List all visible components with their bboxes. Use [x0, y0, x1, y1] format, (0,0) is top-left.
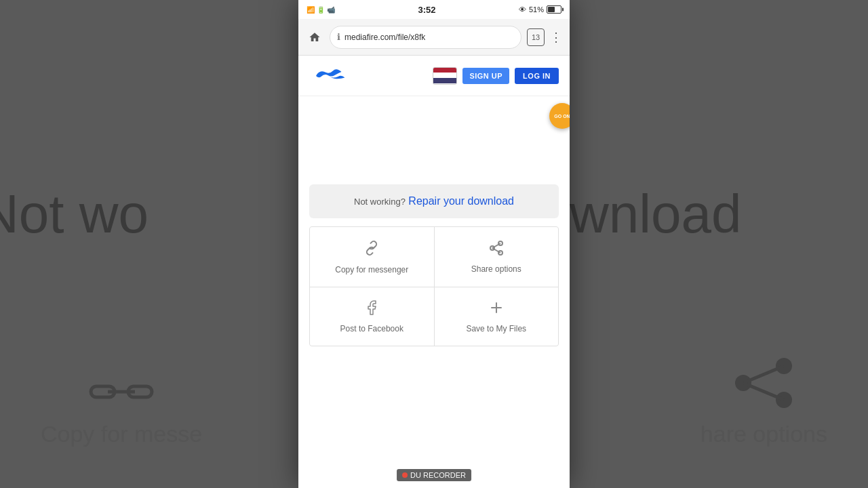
- bg-share-icon-group: hare options: [701, 356, 827, 447]
- ad-area: [298, 96, 570, 184]
- left-background: Not wo Copy for messe: [0, 0, 298, 488]
- copy-messenger-button[interactable]: Copy for messenger: [310, 227, 434, 287]
- battery-percent: 51%: [529, 5, 544, 14]
- not-working-text: Not working?: [354, 197, 406, 207]
- link-icon: [363, 239, 380, 261]
- repair-link[interactable]: Repair your download: [408, 195, 514, 207]
- signal-bars: 📶: [307, 6, 315, 14]
- home-button[interactable]: [305, 28, 324, 47]
- mediafire-logo-svg: [309, 64, 350, 87]
- bg-copy-label: Copy for messe: [41, 421, 202, 447]
- signup-button[interactable]: SIGN UP: [462, 68, 509, 84]
- bg-share-icon: [730, 356, 797, 410]
- post-facebook-button[interactable]: Post to Facebook: [310, 287, 434, 346]
- copy-messenger-label: Copy for messenger: [335, 265, 408, 274]
- mediafire-logo: [309, 64, 350, 87]
- share-options-label: Share options: [471, 264, 521, 274]
- svg-line-7: [743, 383, 784, 400]
- login-button[interactable]: LOG IN: [515, 68, 559, 84]
- browser-chrome: ℹ mediafire.com/file/x8fk 13 ⋮: [298, 19, 570, 56]
- bg-download-text: wnload: [570, 183, 742, 245]
- url-bar[interactable]: ℹ mediafire.com/file/x8fk: [330, 26, 521, 49]
- status-right: 👁 51%: [519, 5, 561, 14]
- plus-icon: [488, 300, 505, 320]
- share-options-button[interactable]: Share options: [435, 227, 559, 287]
- menu-dots[interactable]: ⋮: [550, 30, 563, 45]
- svg-line-6: [743, 366, 784, 383]
- share-icon: [488, 240, 505, 260]
- save-files-button[interactable]: Save to My Files: [435, 287, 559, 346]
- du-recorder-text: DU RECORDER: [410, 471, 466, 479]
- facebook-icon: [363, 300, 380, 320]
- mediafire-header: SIGN UP LOG IN: [298, 56, 570, 96]
- eye-icon: 👁: [519, 5, 526, 14]
- action-grid: Copy for messenger Share options: [309, 226, 559, 346]
- header-buttons: SIGN UP LOG IN: [433, 67, 559, 85]
- save-files-label: Save to My Files: [466, 324, 526, 333]
- status-bar: 📶 🔋 📹 3:52 👁 51%: [298, 0, 570, 19]
- bg-copy-icon-group: Copy for messe: [41, 373, 202, 447]
- post-facebook-label: Post to Facebook: [340, 324, 403, 333]
- not-working-banner: Not working? Repair your download: [309, 184, 559, 218]
- du-recorder-dot: [402, 472, 408, 478]
- url-text: mediafire.com/file/x8fk: [344, 33, 425, 42]
- wifi-icon: 🔋: [317, 6, 325, 14]
- camera-icon: 📹: [327, 6, 335, 14]
- page-content: GO ON SIGN UP LOG IN: [298, 56, 570, 488]
- orange-fab[interactable]: GO ON: [549, 103, 570, 129]
- battery-icon: [547, 5, 561, 14]
- bg-share-label: hare options: [701, 421, 827, 447]
- language-flag[interactable]: [433, 67, 457, 85]
- bg-not-working-text: Not wo: [0, 183, 149, 245]
- bg-link-icon: [84, 373, 159, 410]
- status-time: 3:52: [418, 5, 435, 15]
- tab-count[interactable]: 13: [527, 28, 545, 46]
- right-background: wnload hare options: [570, 0, 868, 488]
- status-left: 📶 🔋 📹: [307, 6, 335, 14]
- phone-frame: 📶 🔋 📹 3:52 👁 51% ℹ mediafire.com/file/x8…: [298, 0, 570, 488]
- du-recorder-watermark: DU RECORDER: [397, 469, 471, 481]
- info-icon: ℹ: [337, 32, 340, 42]
